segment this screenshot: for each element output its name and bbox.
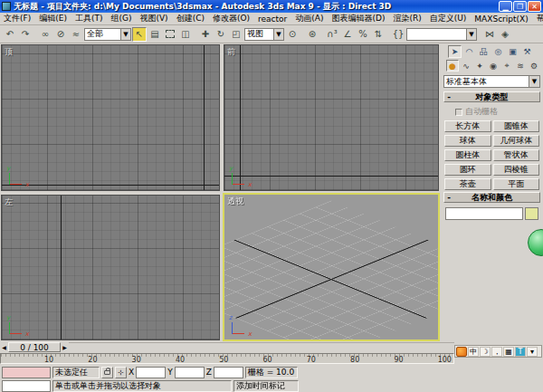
dropdown-arrow-icon[interactable]: ▼ [529,76,539,87]
move-icon[interactable]: ✚ [198,27,213,42]
use-pivot-center-icon[interactable]: ⊙ [285,27,300,42]
ime-punctuation-icon[interactable]: ， [491,347,502,357]
hierarchy-tab-icon[interactable]: 品 [477,45,491,58]
viewport-perspective-label[interactable]: 透视 [227,196,243,207]
select-and-link-icon[interactable]: ∞ [38,27,52,42]
spacewarps-category-icon[interactable]: ≋ [514,60,527,72]
geometry-category-icon[interactable]: ● [446,60,459,72]
menu-file[interactable]: 文件(F) [4,13,31,24]
systems-category-icon[interactable]: ⚙ [528,60,540,72]
time-slider-prev-icon[interactable]: ◀ [0,342,8,352]
cylinder-button[interactable]: 圆柱体 [444,149,491,161]
bind-to-spacewarp-icon[interactable]: ≈ [69,27,83,42]
menu-rendering[interactable]: 渲染(R) [393,13,421,24]
rotate-icon[interactable]: ↻ [214,27,228,42]
viewport-left[interactable]: 左 xy [1,195,220,340]
percent-snap-icon[interactable]: % [356,27,370,42]
object-type-rollout[interactable]: - 对象类型 [443,91,540,102]
align-icon[interactable]: ◈ [498,27,512,42]
named-selection-dropdown[interactable]: ▼ [406,28,477,41]
menu-create[interactable]: 创建(C) [176,13,205,24]
dropdown-arrow-icon[interactable]: ▼ [273,29,283,40]
maxscript-listener-input[interactable] [2,367,51,378]
menu-reactor[interactable]: reactor [258,14,287,24]
snap-toggle-3d-icon[interactable]: ∩³ [325,27,339,42]
create-tab-icon[interactable]: ➤ [448,45,462,58]
mirror-icon[interactable]: ⋈ [482,27,497,42]
motion-tab-icon[interactable]: ◎ [491,45,505,58]
time-slider-track[interactable] [69,342,454,352]
sphere-button[interactable]: 球体 [444,135,491,147]
lights-category-icon[interactable]: ✦ [473,60,486,72]
select-and-manipulate-icon[interactable]: ⊛ [305,27,319,42]
name-color-rollout[interactable]: - 名称和颜色 [443,192,540,203]
torus-button[interactable]: 圆环 [444,164,491,176]
angle-snap-icon[interactable]: ∠ [340,27,355,42]
y-coord-field[interactable] [175,367,205,378]
viewport-perspective[interactable]: 透视 xz [223,193,440,341]
ime-options-icon[interactable]: ▾ [527,347,538,357]
viewport-top[interactable]: 顶 xy [1,44,220,191]
select-by-name-icon[interactable]: ▤ [148,27,162,42]
time-slider-handle[interactable]: 0 / 100 [8,342,61,352]
menu-views[interactable]: 视图(V) [139,13,167,24]
geosphere-button[interactable]: 几何球体 [493,135,540,147]
maxscript-listener-output[interactable] [2,380,51,392]
tube-button[interactable]: 管状体 [493,149,540,161]
time-slider-next-icon[interactable]: ▶ [61,342,69,352]
display-tab-icon[interactable]: ▣ [506,45,519,58]
cone-button[interactable]: 圆锥体 [493,120,540,132]
dropdown-arrow-icon[interactable]: ▼ [120,29,130,40]
ime-skin-icon[interactable]: T [515,347,526,357]
viewport-front-label[interactable]: 前 [227,46,235,58]
absolute-offset-icon[interactable]: ⊹ [115,367,127,378]
dropdown-arrow-icon[interactable]: ▼ [466,29,476,40]
menu-animation[interactable]: 动画(A) [295,13,323,24]
scale-icon[interactable]: ◰ [229,27,243,42]
viewport-front[interactable]: 前 xy [224,44,439,191]
restore-button[interactable]: ❐ [513,1,527,12]
window-crossing-icon[interactable]: ◫ [178,27,193,42]
plane-button[interactable]: 平面 [493,178,540,190]
viewport-top-label[interactable]: 顶 [5,46,13,58]
autogrid-checkbox[interactable] [455,109,462,116]
object-color-swatch[interactable] [525,207,538,220]
menu-group[interactable]: 组(G) [110,13,131,24]
menu-edit[interactable]: 编辑(E) [39,13,67,24]
menu-customize[interactable]: 自定义(U) [430,13,467,24]
object-name-field[interactable] [445,207,523,220]
helpers-category-icon[interactable]: ⌖ [500,60,513,72]
unlink-selection-icon[interactable]: ⊘ [53,27,68,42]
menu-graph-editors[interactable]: 图表编辑器(D) [332,13,386,24]
teapot-button[interactable]: 茶壶 [444,178,491,190]
ime-soft-keyboard-icon[interactable]: ▦ [503,347,514,357]
utilities-tab-icon[interactable]: ⚒ [520,45,534,58]
primitive-category-dropdown[interactable]: 标准基本体 ▼ [443,75,540,88]
pyramid-button[interactable]: 四棱锥 [493,164,540,176]
minimize-button[interactable]: ▁ [499,1,512,12]
reference-coordinate-dropdown[interactable]: 视图 ▼ [244,28,284,41]
viewport-left-label[interactable]: 左 [5,196,13,208]
time-tag-field[interactable]: 添加时间标记 [233,380,299,392]
menu-maxscript[interactable]: MAXScript(X) [474,14,528,24]
shapes-category-icon[interactable]: ∿ [460,60,472,72]
z-coord-field[interactable] [214,367,243,378]
track-bar[interactable]: 1020 3040 5060 7080 90100 [0,353,454,364]
box-button[interactable]: 长方体 [444,120,491,132]
x-coord-field[interactable] [136,367,166,378]
menu-modifiers[interactable]: 修改器(O) [213,13,250,24]
edit-named-sets-icon[interactable]: {} [391,27,405,42]
select-object-icon[interactable]: ↖ [132,27,147,42]
selection-filter-dropdown[interactable]: 全部 ▼ [84,28,131,41]
menu-help[interactable]: 帮助(H) [537,13,543,24]
ime-brand-icon[interactable] [456,347,467,357]
ime-fullwidth-icon[interactable]: ☽ [480,347,491,357]
spinner-snap-icon[interactable]: ⇅ [371,27,386,42]
undo-icon[interactable]: ↶ [3,27,17,42]
selection-lock-icon[interactable] [101,367,113,378]
close-button[interactable]: ✕ [528,1,541,12]
menu-tools[interactable]: 工具(T) [75,13,103,24]
ime-chinese-mode-icon[interactable]: 中 [468,347,479,357]
modify-tab-icon[interactable]: ◠ [462,45,476,58]
rectangular-region-icon[interactable] [163,27,177,42]
